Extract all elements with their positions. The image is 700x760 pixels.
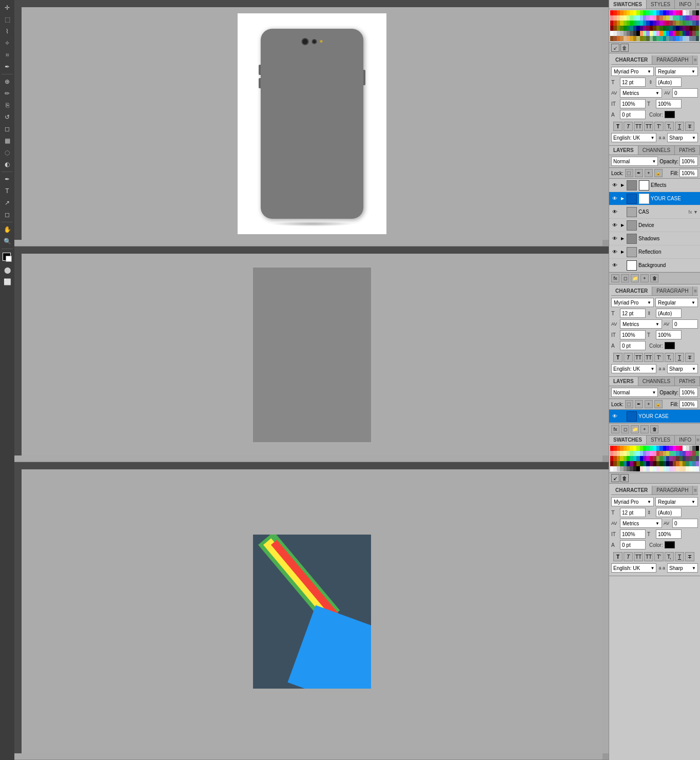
- delete-layer-btn-2[interactable]: 🗑: [650, 425, 658, 433]
- layer-row-background[interactable]: 👁 Background: [609, 259, 700, 272]
- tab-character-2[interactable]: CHARACTER: [611, 287, 652, 295]
- swatch-cell[interactable]: [696, 26, 699, 31]
- layer-visibility-device[interactable]: 👁: [611, 222, 618, 229]
- new-group-btn-1[interactable]: 📁: [631, 274, 639, 282]
- smallcaps-btn-3[interactable]: TT: [644, 552, 653, 561]
- superscript-btn-1[interactable]: T': [654, 122, 664, 131]
- tab-character-1[interactable]: CHARACTER: [611, 55, 652, 64]
- layer-expand-shadows[interactable]: ▶: [620, 236, 625, 241]
- scrollbar-vertical-1[interactable]: [602, 7, 609, 240]
- fill-input-1[interactable]: 100%: [679, 169, 698, 177]
- bold-btn-3[interactable]: T: [613, 552, 623, 561]
- swatch-cell[interactable]: [696, 31, 699, 36]
- layer-visibility-your-case[interactable]: 👁: [611, 195, 618, 202]
- opacity-input-2[interactable]: 100%: [679, 388, 698, 397]
- crop-tool[interactable]: ⌗: [2, 49, 13, 61]
- language-dropdown-2[interactable]: English: UK ▼: [611, 364, 656, 373]
- kerning-dropdown-3[interactable]: Metrics ▼: [620, 519, 662, 528]
- healing-tool[interactable]: ⊕: [2, 76, 13, 87]
- lock-all-btn-2[interactable]: 🔒: [654, 400, 663, 408]
- tracking-input-2[interactable]: 0: [672, 319, 698, 329]
- layer-visibility-effects[interactable]: 👁: [611, 182, 618, 189]
- layer-row-your-case[interactable]: 👁 ▶ YOUR CASE: [609, 192, 700, 205]
- italic-btn-1[interactable]: T: [624, 122, 633, 131]
- underline-btn-3[interactable]: T: [675, 552, 684, 561]
- horizontal-scale-input-2[interactable]: 100%: [656, 330, 682, 339]
- lock-position-btn-1[interactable]: ✒: [635, 169, 643, 177]
- bold-btn-2[interactable]: T: [613, 353, 623, 362]
- underline-btn-2[interactable]: T: [675, 353, 684, 362]
- allcaps-btn-3[interactable]: TT: [634, 552, 643, 561]
- tab-swatches-3[interactable]: SWATCHES: [609, 435, 647, 444]
- kerning-dropdown-1[interactable]: Metrics ▼: [620, 88, 662, 98]
- font-style-dropdown-1[interactable]: Regular ▼: [655, 67, 698, 76]
- opacity-input-1[interactable]: 100%: [679, 157, 698, 166]
- subscript-btn-3[interactable]: T,: [665, 552, 674, 561]
- horizontal-scale-input-1[interactable]: 100%: [656, 99, 682, 108]
- smallcaps-btn-2[interactable]: TT: [644, 353, 653, 362]
- history-brush-tool[interactable]: ↺: [2, 111, 13, 123]
- lock-pixels-btn-1[interactable]: ⬚: [625, 169, 633, 177]
- panel-options-btn-1[interactable]: ≡: [696, 1, 700, 9]
- lock-all-btn-1[interactable]: 🔒: [654, 169, 663, 177]
- subscript-btn-2[interactable]: T,: [665, 353, 674, 362]
- add-style-btn-1[interactable]: fx: [611, 274, 619, 282]
- swatch-cell[interactable]: [696, 446, 699, 451]
- screen-mode[interactable]: ⬜: [2, 276, 13, 288]
- lock-pixels-btn-2[interactable]: ⬚: [625, 400, 633, 408]
- vertical-scale-input-2[interactable]: 100%: [620, 330, 646, 339]
- lasso-tool[interactable]: ⌇: [2, 26, 13, 37]
- blur-tool[interactable]: ◌: [2, 147, 13, 158]
- strikethrough-btn-2[interactable]: T̶: [685, 353, 694, 362]
- leading-input-2[interactable]: (Auto): [656, 309, 682, 318]
- canvas-content-2[interactable]: [22, 254, 602, 455]
- lock-art-btn-1[interactable]: +: [645, 169, 653, 177]
- smallcaps-btn-1[interactable]: TT: [644, 122, 653, 131]
- add-mask-btn-1[interactable]: ◻: [621, 274, 629, 282]
- layer-row-reflection[interactable]: 👁 ▶ Reflection: [609, 245, 700, 259]
- text-color-swatch-2[interactable]: [665, 342, 675, 349]
- tab-swatches-1[interactable]: SWATCHES: [609, 0, 647, 9]
- antialiasing-dropdown-3[interactable]: Sharp ▼: [667, 563, 698, 573]
- layer-fx-cas[interactable]: fx ▼: [689, 210, 698, 215]
- layer-row-shadows[interactable]: 👁 ▶ Shadows: [609, 232, 700, 245]
- font-size-input-1[interactable]: 12 pt: [620, 78, 646, 87]
- gradient-tool[interactable]: ▦: [2, 135, 13, 146]
- blend-mode-dropdown-1[interactable]: Normal ▼: [611, 157, 658, 166]
- superscript-btn-3[interactable]: T': [654, 552, 664, 561]
- tab-styles-1[interactable]: STYLES: [647, 0, 675, 9]
- layer-expand-effects[interactable]: ▶: [620, 183, 625, 188]
- quick-mask-tool[interactable]: ⬤: [2, 264, 13, 276]
- antialiasing-dropdown-2[interactable]: Sharp ▼: [667, 364, 698, 373]
- vertical-scale-input-1[interactable]: 100%: [620, 99, 646, 108]
- font-size-input-3[interactable]: 12 pt: [620, 508, 646, 517]
- add-style-btn-2[interactable]: fx: [611, 425, 619, 433]
- tab-paths-1[interactable]: PATHS: [675, 146, 700, 155]
- baseline-shift-input-1[interactable]: 0 pt: [620, 110, 646, 119]
- superscript-btn-2[interactable]: T': [654, 353, 664, 362]
- scrollbar-horizontal-2[interactable]: [14, 455, 609, 462]
- tab-paragraph-1[interactable]: PARAGRAPH: [652, 55, 693, 64]
- swatch-new-btn-3[interactable]: ↙: [611, 474, 619, 482]
- layer-visibility-your-case-2[interactable]: 👁: [611, 413, 618, 420]
- layer-expand-device[interactable]: ▶: [620, 223, 625, 228]
- eyedropper-tool[interactable]: ✒: [2, 61, 13, 72]
- char-panel-options-3[interactable]: ≡: [693, 486, 698, 494]
- baseline-input-2[interactable]: 0 pt: [620, 341, 646, 350]
- swatch-cell[interactable]: [696, 21, 699, 26]
- swatch-delete-btn[interactable]: 🗑: [620, 44, 629, 52]
- lock-art-btn-2[interactable]: +: [645, 400, 653, 408]
- canvas-content-3[interactable]: [22, 469, 602, 753]
- swatch-cell[interactable]: [696, 36, 699, 41]
- layer-row-effects[interactable]: 👁 ▶ Effects: [609, 179, 700, 192]
- char-panel-options-1[interactable]: ≡: [693, 55, 698, 64]
- layer-row-your-case-2[interactable]: 👁 YOUR CASE: [609, 410, 700, 423]
- bold-btn-1[interactable]: T: [613, 122, 623, 131]
- language-dropdown-3[interactable]: English: UK ▼: [611, 563, 656, 573]
- allcaps-btn-1[interactable]: TT: [634, 122, 643, 131]
- subscript-btn-1[interactable]: T,: [665, 122, 674, 131]
- zoom-tool[interactable]: 🔍: [2, 236, 13, 247]
- allcaps-btn-2[interactable]: TT: [634, 353, 643, 362]
- tab-styles-3[interactable]: STYLES: [647, 435, 675, 444]
- tab-layers-2[interactable]: LAYERS: [609, 377, 638, 386]
